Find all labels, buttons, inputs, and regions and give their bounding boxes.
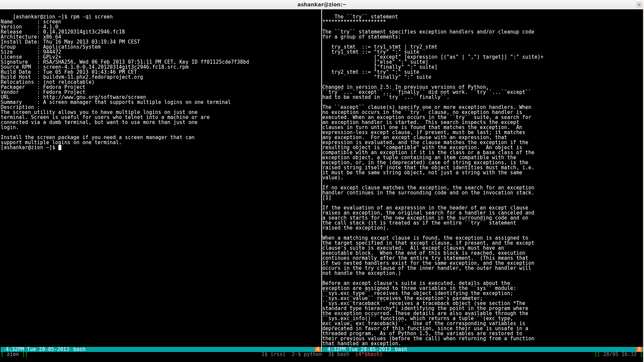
bottom-bar: [ zion ][ 1$ irssi 2-$ python 3$ bash (4… — [0, 352, 644, 362]
hardstatus-host: [ zion ][ — [1, 352, 28, 357]
window-title: ashankar@zion:~ — [298, 2, 346, 8]
left-pane[interactable]: [ashankar@zion ~]$ rpm -qi screen Name :… — [1, 9, 322, 352]
right-pane[interactable]: The ``try`` statement ******************… — [322, 9, 643, 352]
vertical-split-divider — [321, 9, 322, 352]
close-button[interactable]: ✕ — [636, 2, 642, 8]
right-caption-label: bash — [391, 347, 407, 352]
hardstatus-windows: 1$ irssi 2-$ python 3$ bash (4*$bash) — [261, 352, 382, 357]
left-caption-label: bash — [69, 347, 86, 352]
left-pane-text: [ashankar@zion ~]$ rpm -qi screen Name :… — [1, 14, 249, 150]
right-pane-text: The ``try`` statement ******************… — [322, 14, 543, 352]
hardstatus-clock: ][ 28/05 16:32 ] — [594, 352, 643, 357]
close-icon: ✕ — [637, 2, 641, 7]
window-titlebar: ashankar@zion:~ ✕ — [0, 0, 644, 9]
cursor — [58, 145, 61, 150]
terminal-area[interactable]: [ashankar@zion ~]$ rpm -qi screen Name :… — [0, 9, 644, 352]
hardstatus-line: [ zion ][ 1$ irssi 2-$ python 3$ bash (4… — [0, 352, 644, 357]
